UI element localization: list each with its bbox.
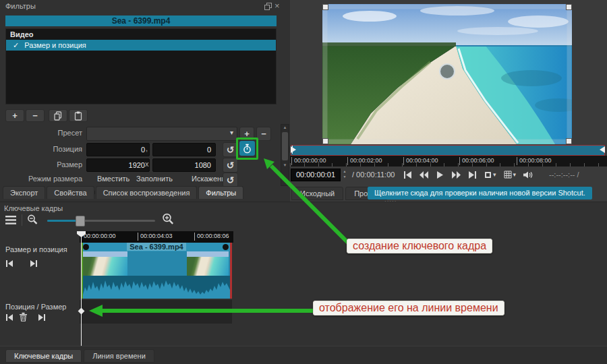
copy-filters-button[interactable] [49,109,67,122]
scroll-up-icon[interactable]: ▲ [281,125,289,130]
keyframes-title: Ключевые кадры [4,204,63,212]
delete-keyframe-icon[interactable] [19,312,28,322]
preset-dropdown[interactable]: ▾ [86,127,237,141]
keyframes-menu-icon[interactable] [5,216,16,224]
fast-forward-button[interactable] [451,171,461,179]
radio-fill-label[interactable]: Заполнить [136,175,173,183]
tab-properties[interactable]: Свойства [47,186,94,199]
tab-timeline[interactable]: Линия времени [84,349,154,363]
main-tabbar: ЭкспортСвойстваСписок воспроизведенияФил… [3,186,245,199]
vui-center-handle [440,64,455,79]
prev-keyframe-button[interactable] [5,314,13,321]
add-filter-button[interactable]: + [5,109,24,122]
zoom-in-icon[interactable] [162,213,175,226]
position-x-field[interactable]: 0 [86,143,150,156]
ruler-tick: 00:00:00:00 [291,157,326,165]
tab-keyframes[interactable]: Ключевые кадры [5,349,82,363]
zoom-fit-button[interactable]: ▾ [484,171,496,179]
player-panel: 00:00:00:00 00:00:02:00 00:00:04:00 00:0… [290,0,607,202]
bottom-tabbar: Ключевые кадрыЛиния времени [0,346,607,364]
selected-duration-label: --:--:--:-- / [549,171,579,179]
clip-out-edge[interactable] [230,243,232,299]
keyframes-ruler[interactable]: 00:00:00:00 00:00:04:03 00:00:08:06 [80,231,233,243]
time-spinner[interactable]: ▲ ▼ [341,169,348,180]
position-size-lane[interactable] [80,300,232,324]
tab-playlist[interactable]: Список воспроизведения [96,186,198,199]
skip-end-button[interactable] [468,171,477,179]
scroll-down-icon[interactable]: ▼ [281,162,289,168]
size-separator: x [145,160,149,168]
clip-thumbnail-start [83,251,127,276]
transport-controls: ▾ ▾ [403,171,533,179]
shotcut-window: Фильтры × Sea - 6399.mp4 Видео ✓ Размер … [0,0,607,364]
clip-thumbnail-end [187,251,229,276]
ruler-tick: 00:00:04:00 [403,157,438,165]
next-keyframe-button[interactable] [38,314,46,321]
reset-size-mode-button[interactable]: ↺ [223,173,238,187]
size-label: Размер [5,160,82,169]
trim-out-marker [600,146,605,153]
track-label-position-size: Позиция / Размер [5,303,66,311]
grid-button[interactable]: ▾ [504,171,517,179]
filter-list: Видео ✓ Размер и позиция [5,28,277,104]
current-time-field[interactable]: 00:00:00:01 [291,169,341,181]
zoom-out-icon[interactable] [27,214,38,226]
position-separator: , [146,144,148,152]
filter-row-size-position[interactable]: ✓ Размер и позиция [6,40,276,51]
grid-icon [504,171,512,179]
player-ruler[interactable]: 00:00:00:00 00:00:02:00 00:00:04:00 00:0… [290,156,607,166]
delete-preset-button[interactable]: − [256,127,271,141]
size-height-field[interactable]: 1080 [152,158,216,172]
filter-check-icon[interactable]: ✓ [13,41,19,50]
position-y-field[interactable]: 0 [152,143,216,156]
filter-params-scrollbar[interactable]: ▲ ▼ [281,124,289,186]
remove-filter-button[interactable]: − [26,109,45,122]
float-panel-icon[interactable] [264,3,272,10]
video-preview[interactable] [322,4,572,144]
next-keyframe-button[interactable] [30,260,38,267]
clip-name: Sea - 6399.mp4 [127,243,186,251]
tab-source[interactable]: Исходный [291,187,343,200]
scrollbar-thumb[interactable] [282,132,288,160]
zoom-slider-track[interactable] [47,220,155,222]
clip-video-body [83,251,230,276]
spin-up-icon[interactable]: ▲ [341,169,348,174]
keyframe-dot-end[interactable] [223,244,229,250]
clip-header: Sea - 6399.mp4 [83,243,230,251]
playhead-line[interactable] [81,231,82,346]
size-width-field[interactable]: 1920 [86,158,150,172]
clip-audio-body [83,276,230,299]
radio-fit-label[interactable]: Вместить [97,175,129,183]
kf-ruler-tick: 00:00:04:03 [138,233,173,241]
rewind-button[interactable] [420,171,429,179]
track-label-size-position: Размер и позиция [5,245,67,253]
tab-filters[interactable]: Фильтры [198,186,243,199]
beach-video-frame [322,4,572,144]
update-notification-button[interactable]: Щелкните сюда для проверки наличия новой… [368,187,592,200]
keyframes-clip[interactable]: Sea - 6399.mp4 [81,243,232,299]
chevron-down-icon[interactable]: ▾ [513,171,517,178]
filters-clip-header: Sea - 6399.mp4 [5,16,277,26]
close-panel-icon[interactable]: × [274,1,280,11]
spin-down-icon[interactable]: ▼ [341,174,348,179]
tab-export[interactable]: Экспорт [3,186,45,199]
keyframes-panel: Ключевые кадры 00:00:00:00 00:00:04:03 0… [0,202,607,346]
filters-panel-title: Фильтры [5,2,36,10]
skip-start-button[interactable] [403,171,412,179]
audio-waveform [83,276,230,299]
play-button[interactable] [436,171,444,179]
trim-bar[interactable] [291,145,605,156]
keyframe-button-highlight [236,138,258,160]
paste-filters-button[interactable] [69,109,88,122]
volume-icon[interactable] [523,171,533,179]
chevron-down-icon[interactable]: ▾ [493,171,496,178]
ruler-tick: 00:00:06:00 [459,157,494,165]
annotation-timeline-display: отображение его на линии времени [313,301,504,315]
filter-row-label: Размер и позиция [24,41,86,49]
reset-size-button[interactable]: ↺ [223,158,238,173]
keyframe-dot-start[interactable] [83,244,89,250]
total-duration-label: / 00:00:11:00 [352,171,395,179]
fit-square-icon [484,171,492,179]
prev-keyframe-button[interactable] [5,260,13,267]
zoom-slider-handle[interactable] [76,216,85,226]
